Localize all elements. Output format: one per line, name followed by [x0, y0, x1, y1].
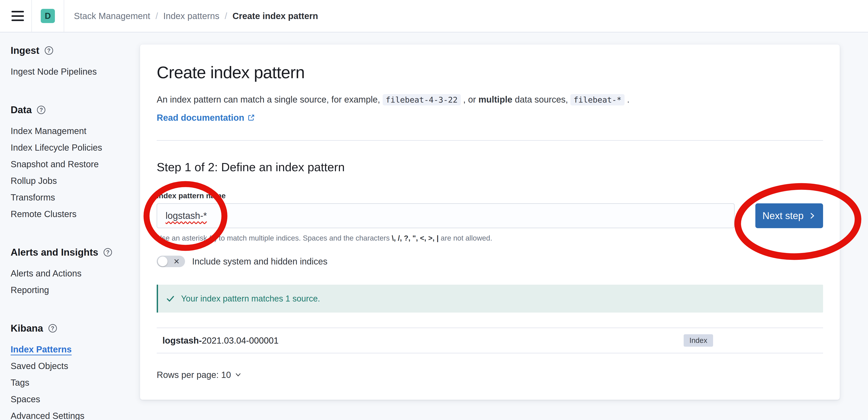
breadcrumb-stack-management[interactable]: Stack Management: [74, 11, 150, 21]
chevron-right-icon: [808, 212, 816, 220]
sidebar-item-snapshot-and-restore[interactable]: Snapshot and Restore: [11, 159, 140, 169]
sidebar-section-kibana: Kibana ? Index Patterns Saved Objects Ta…: [11, 323, 140, 420]
sidebar-section-ingest: Ingest ? Ingest Node Pipelines: [11, 45, 140, 77]
chevron-down-icon: [235, 371, 242, 379]
management-sidebar: Ingest ? Ingest Node Pipelines Data ? In…: [0, 32, 140, 420]
include-hidden-indices-toggle[interactable]: ✕: [157, 256, 185, 267]
main-content: Create index pattern An index pattern ca…: [140, 32, 868, 420]
sidebar-item-saved-objects[interactable]: Saved Objects: [11, 361, 140, 371]
header-divider: [64, 0, 64, 32]
rows-per-page-label: Rows per page: 10: [157, 369, 231, 380]
sidebar-section-title: Alerts and Insights: [11, 247, 98, 258]
step-heading: Step 1 of 2: Define an index pattern: [157, 160, 823, 174]
intro-part: An index pattern can match a single sour…: [157, 94, 383, 104]
helper-suffix: are not allowed.: [439, 234, 492, 242]
sidebar-section-title: Ingest: [11, 45, 39, 56]
breadcrumb-separator: /: [156, 11, 158, 21]
index-pattern-input-value: logstash-*: [165, 211, 207, 221]
sidebar-item-alerts-and-actions[interactable]: Alerts and Actions: [11, 268, 140, 279]
index-badge: Index: [684, 334, 713, 347]
table-row[interactable]: logstash-2021.03.04-000001 Index: [157, 328, 823, 353]
helper-prefix: Use an asterisk (*) to match multiple in…: [157, 234, 392, 242]
sidebar-section-data: Data ? Index Management Index Lifecycle …: [11, 104, 140, 219]
section-divider: [157, 140, 823, 141]
top-header: D Stack Management / Index patterns / Cr…: [0, 0, 868, 32]
check-icon: [165, 294, 175, 304]
matching-sources-table: logstash-2021.03.04-000001 Index: [157, 328, 823, 353]
menu-hamburger-icon[interactable]: [11, 11, 24, 21]
next-step-label: Next step: [763, 210, 804, 221]
source-name-rest: 2021.03.04-000001: [202, 336, 279, 345]
sidebar-section-alerts-insights: Alerts and Insights ? Alerts and Actions…: [11, 247, 140, 295]
breadcrumb-separator: /: [225, 11, 227, 21]
create-index-pattern-panel: Create index pattern An index pattern ca…: [140, 44, 840, 400]
intro-part: data sources,: [513, 94, 570, 104]
intro-part: , or: [461, 94, 478, 104]
sidebar-item-index-management[interactable]: Index Management: [11, 125, 140, 136]
space-avatar[interactable]: D: [41, 9, 55, 23]
page-title: Create index pattern: [157, 62, 823, 83]
read-documentation-link[interactable]: Read documentation: [157, 112, 255, 123]
sidebar-item-rollup-jobs[interactable]: Rollup Jobs: [11, 175, 140, 186]
sidebar-item-advanced-settings[interactable]: Advanced Settings: [11, 411, 140, 420]
input-helper-text: Use an asterisk (*) to match multiple in…: [157, 233, 823, 243]
toggle-label: Include system and hidden indices: [192, 256, 327, 267]
sidebar-section-title: Kibana: [11, 323, 43, 334]
rows-per-page-select[interactable]: Rows per page: 10: [157, 369, 242, 380]
code-chip-filebeat-date: filebeat-4-3-22: [383, 94, 461, 106]
breadcrumb: Stack Management / Index patterns / Crea…: [74, 11, 318, 21]
success-callout: Your index pattern matches 1 source.: [157, 285, 823, 313]
read-documentation-label: Read documentation: [157, 112, 244, 123]
source-name: logstash-2021.03.04-000001: [162, 336, 684, 345]
help-icon[interactable]: ?: [103, 248, 112, 256]
external-link-icon: [247, 114, 255, 121]
intro-bold: multiple: [478, 94, 513, 104]
code-chip-filebeat-star: filebeat-*: [570, 94, 625, 106]
sidebar-item-spaces[interactable]: Spaces: [11, 394, 140, 404]
index-pattern-name-label: Index pattern name: [157, 191, 823, 200]
breadcrumb-current-page: Create index pattern: [232, 11, 318, 21]
breadcrumb-index-patterns[interactable]: Index patterns: [163, 11, 220, 21]
help-icon[interactable]: ?: [37, 106, 45, 114]
index-pattern-name-input[interactable]: logstash-*: [157, 203, 735, 228]
helper-symbols: \, /, ?, ", <, >, |: [392, 234, 439, 242]
help-icon[interactable]: ?: [49, 324, 57, 333]
help-icon[interactable]: ?: [45, 46, 53, 55]
sidebar-item-index-patterns[interactable]: Index Patterns: [11, 344, 140, 355]
source-name-match: logstash-: [162, 336, 202, 345]
sidebar-item-index-lifecycle-policies[interactable]: Index Lifecycle Policies: [11, 142, 140, 153]
intro-text: An index pattern can match a single sour…: [157, 93, 823, 107]
sidebar-section-title: Data: [11, 104, 32, 116]
callout-message: Your index pattern matches 1 source.: [181, 294, 320, 304]
sidebar-item-remote-clusters[interactable]: Remote Clusters: [11, 209, 140, 219]
sidebar-item-transforms[interactable]: Transforms: [11, 192, 140, 203]
next-step-button[interactable]: Next step: [755, 203, 823, 228]
sidebar-item-tags[interactable]: Tags: [11, 377, 140, 388]
sidebar-item-reporting[interactable]: Reporting: [11, 285, 140, 295]
intro-part: .: [625, 94, 629, 104]
sidebar-item-ingest-node-pipelines[interactable]: Ingest Node Pipelines: [11, 66, 140, 77]
toggle-off-x-icon: ✕: [174, 258, 180, 265]
header-divider: [31, 0, 32, 32]
toggle-knob: [158, 256, 167, 266]
